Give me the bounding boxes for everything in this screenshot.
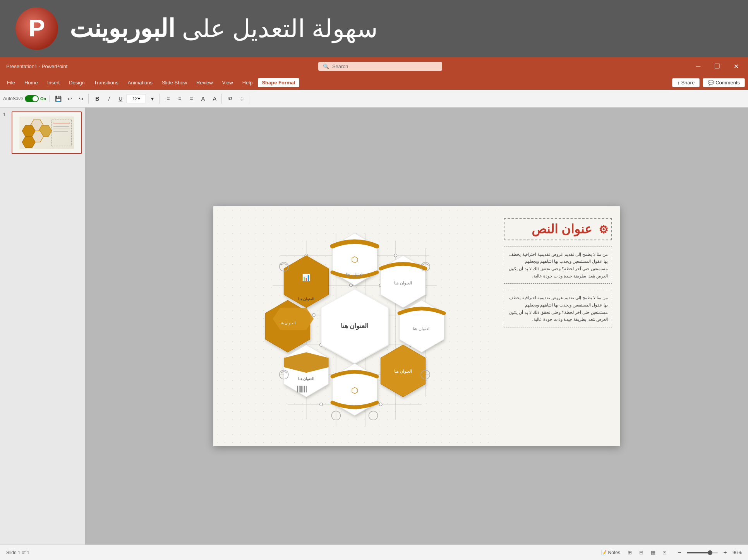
slide-number: 1 xyxy=(3,111,9,154)
svg-point-85 xyxy=(369,411,378,420)
app-title: Presentation1 - PowerPoint xyxy=(6,63,67,69)
svg-rect-73 xyxy=(306,385,307,392)
arrange-button[interactable]: ⧉ xyxy=(225,94,236,104)
thumb-visual xyxy=(19,116,74,149)
menu-insert[interactable]: Insert xyxy=(43,78,64,87)
comments-icon: 💬 xyxy=(708,80,714,86)
redo-button[interactable]: ↪ xyxy=(76,94,87,104)
comments-button[interactable]: 💬 Comments xyxy=(703,78,745,87)
status-bar: Slide 1 of 1 📝 Notes ⊞ ⊟ ▦ ⊡ − + 96% xyxy=(0,545,748,560)
svg-rect-69 xyxy=(299,385,300,392)
menu-bar: File Home Insert Design Transitions Anim… xyxy=(0,75,748,90)
zoom-slider[interactable] xyxy=(687,552,718,553)
restore-button[interactable]: ❐ xyxy=(711,61,723,72)
top-banner: P سهولة التعديل على البوربوينت xyxy=(0,0,748,57)
font-size-down[interactable]: ▾ xyxy=(147,94,158,104)
svg-text:العنوان هنا: العنوان هنا xyxy=(280,321,296,325)
svg-rect-70 xyxy=(300,385,302,392)
window-controls: ─ ❐ ✕ xyxy=(693,61,742,72)
svg-point-49 xyxy=(379,403,382,406)
slide-panel: 1 xyxy=(0,108,85,545)
canvas-area: ⬡ العنوان هنا 📊 العنوان هنا xyxy=(85,108,748,545)
menu-animations[interactable]: Animations xyxy=(124,78,156,87)
menu-home[interactable]: Home xyxy=(21,78,42,87)
save-group: 💾 ↩ ↪ xyxy=(51,94,89,104)
italic-button[interactable]: I xyxy=(103,94,114,104)
zoom-slider-fill xyxy=(687,552,709,553)
menu-design[interactable]: Design xyxy=(65,78,88,87)
zoom-in-button[interactable]: + xyxy=(720,548,730,557)
arrange-group: ⧉ ⊹ xyxy=(223,94,249,104)
svg-point-47 xyxy=(320,403,323,406)
svg-text:⬡: ⬡ xyxy=(351,255,358,264)
svg-text:العنوان هنا: العنوان هنا xyxy=(298,377,315,381)
svg-text:العنوان هنا: العنوان هنا xyxy=(413,326,431,331)
autosave-group: AutoSave On xyxy=(3,95,50,102)
menu-shape-format[interactable]: Shape Format xyxy=(258,78,299,87)
text-color-button[interactable]: A xyxy=(209,94,220,104)
menu-file[interactable]: File xyxy=(3,78,19,87)
close-button[interactable]: ✕ xyxy=(731,61,742,72)
menu-transitions[interactable]: Transitions xyxy=(90,78,122,87)
svg-marker-61 xyxy=(273,307,314,330)
zoom-area: − + 96% xyxy=(674,548,742,557)
menu-review[interactable]: Review xyxy=(192,78,217,87)
share-icon: ↑ xyxy=(677,80,680,86)
notes-button[interactable]: 📝 Notes xyxy=(601,550,620,555)
status-right: 📝 Notes ⊞ ⊟ ▦ ⊡ − + 96% xyxy=(601,548,742,557)
slide-canvas[interactable]: ⬡ العنوان هنا 📊 العنوان هنا xyxy=(213,206,620,446)
powerpoint-logo: P xyxy=(15,7,58,50)
autosave-toggle[interactable] xyxy=(25,95,39,102)
undo-button[interactable]: ↩ xyxy=(64,94,75,104)
reading-view-button[interactable]: ▦ xyxy=(648,548,658,557)
svg-text:العنوان هنا: العنوان هنا xyxy=(298,296,315,301)
normal-view-button[interactable]: ⊞ xyxy=(625,548,635,557)
zoom-out-button[interactable]: − xyxy=(674,548,685,557)
svg-point-26 xyxy=(394,254,397,257)
save-button[interactable]: 💾 xyxy=(53,94,63,104)
text-block-1[interactable]: من منا لا يطمح إلى تقديم عروض تقديمية اح… xyxy=(504,247,612,284)
svg-rect-68 xyxy=(297,385,298,392)
underline-button[interactable]: U xyxy=(115,94,126,104)
slide-thumb-inner xyxy=(12,112,81,153)
search-icon: 🔍 xyxy=(323,63,329,69)
shape-group: ≡ ≡ ≡ A A xyxy=(161,94,222,104)
svg-rect-72 xyxy=(304,385,305,392)
main-area: 1 xyxy=(0,108,748,545)
svg-text:⬡: ⬡ xyxy=(351,386,358,395)
autosave-state: On xyxy=(40,96,46,101)
font-size-input[interactable] xyxy=(127,94,146,103)
slide-thumbnail[interactable] xyxy=(12,111,82,154)
align-right-button[interactable]: ≡ xyxy=(186,94,197,104)
menu-view[interactable]: View xyxy=(218,78,237,87)
minimize-button[interactable]: ─ xyxy=(693,61,703,71)
svg-text:العنوان هنا: العنوان هنا xyxy=(341,322,369,330)
bold-button[interactable]: B xyxy=(92,94,103,104)
svg-rect-7 xyxy=(51,120,71,146)
hex-area: ⬡ العنوان هنا 📊 العنوان هنا xyxy=(213,206,496,446)
menu-help[interactable]: Help xyxy=(238,78,257,87)
menu-bar-right: ↑ Share 💬 Comments xyxy=(672,78,745,87)
slide-title[interactable]: عنوان النص xyxy=(504,218,612,240)
presenter-view-button[interactable]: ⊡ xyxy=(660,548,670,557)
selection-button[interactable]: ⊹ xyxy=(237,94,247,104)
slide-thumb-container: 1 xyxy=(3,111,82,154)
slide-info: Slide 1 of 1 xyxy=(6,550,29,555)
text-block-2[interactable]: من منا لا يطمح إلى تقديم عروض تقديمية اح… xyxy=(504,290,612,327)
format-group: B I U ▾ xyxy=(90,94,160,104)
slide-content: ⬡ العنوان هنا 📊 العنوان هنا xyxy=(213,206,620,446)
notes-icon: 📝 xyxy=(601,550,607,555)
view-buttons: ⊞ ⊟ ▦ ⊡ xyxy=(625,548,670,557)
share-button[interactable]: ↑ Share xyxy=(672,78,700,87)
text-area: عنوان النص من منا لا يطمح إلى تقديم عروض… xyxy=(496,206,620,446)
search-box[interactable]: 🔍 xyxy=(318,62,442,71)
infographic-svg: ⬡ العنوان هنا 📊 العنوان هنا xyxy=(258,218,451,435)
menu-slideshow[interactable]: Slide Show xyxy=(158,78,191,87)
search-input[interactable] xyxy=(332,63,437,69)
align-center-button[interactable]: ≡ xyxy=(174,94,185,104)
svg-text:📊: 📊 xyxy=(302,273,311,281)
slide-sorter-button[interactable]: ⊟ xyxy=(636,548,647,557)
banner-title: سهولة التعديل على البوربوينت xyxy=(70,14,378,43)
align-left-button[interactable]: ≡ xyxy=(163,94,173,104)
fill-color-button[interactable]: A xyxy=(197,94,208,104)
